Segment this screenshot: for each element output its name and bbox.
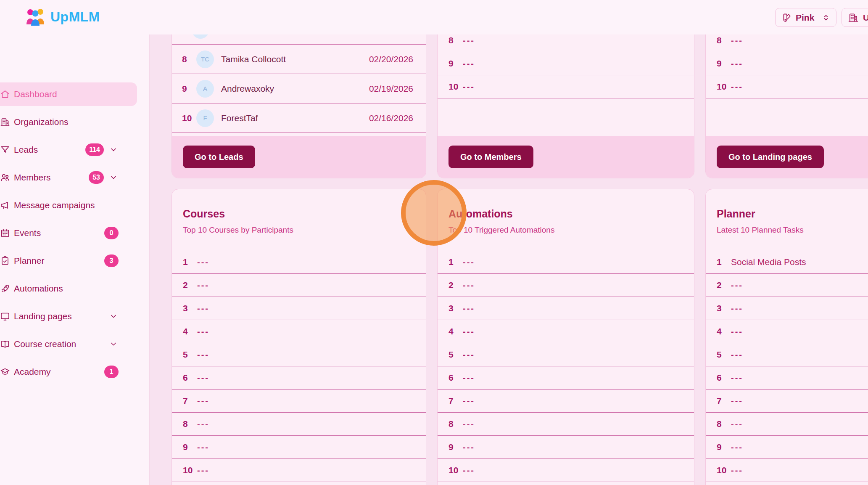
row-rank: 2 [717,280,731,290]
row-value: --- [197,443,209,452]
row-rank: 8 [717,419,731,429]
row-value: --- [463,396,475,406]
card-title: Planner [717,208,755,220]
row-rank: 5 [449,350,463,360]
rocket-icon [0,284,10,294]
clipboard-icon [0,256,10,266]
row-rank: 9 [183,442,197,452]
people-icon [0,172,10,183]
people-logo-icon [24,6,46,28]
row-value: --- [463,281,475,290]
lead-name: ForestTaf [221,113,258,123]
app-logo[interactable]: UpMLM [24,6,100,28]
row-rank: 9 [182,84,196,94]
planner-count-badge: 3 [104,254,119,267]
row-rank: 7 [183,396,197,406]
landing-page-row: 10 --- [706,75,868,98]
landing-page-row: 9 --- [706,52,868,75]
automation-row: 10 --- [438,459,694,482]
row-rank: 10 [183,465,197,475]
chevron-down-icon [109,146,118,154]
course-row: 2 --- [172,274,426,297]
row-rank: 7 [717,396,731,406]
sidebar-item-label: Dashboard [14,89,57,99]
row-value: --- [463,304,475,313]
row-rank: 5 [717,350,731,360]
automations-card: Automations Top 10 Triggered Automations… [437,189,694,485]
sidebar-item-academy[interactable]: Academy 1 [0,360,137,384]
row-rank: 9 [717,442,731,452]
row-rank: 10 [717,82,731,92]
app-title: UpMLM [50,9,100,25]
row-value: --- [197,281,209,290]
lead-name: Tamika Collocott [221,54,286,64]
course-row: 5 --- [172,343,426,366]
header: UpMLM Pink U [0,0,868,34]
row-rank: 10 [449,82,463,92]
sidebar-item-landing-pages[interactable]: Landing pages [0,305,137,328]
planner-row: 2 --- [706,274,868,297]
row-value: --- [731,373,743,383]
sidebar-item-automations[interactable]: Automations [0,277,137,300]
course-row: 4 --- [172,320,426,343]
row-value: --- [731,36,743,45]
color-swatch-icon [781,13,791,23]
members-card: 8 --- 9 --- 10 --- Go to Members [437,17,694,178]
megaphone-icon [0,200,10,210]
courses-card: Courses Top 10 Courses by Participants 1… [171,189,426,485]
row-rank: 3 [449,303,463,313]
events-count-badge: 0 [104,227,119,239]
row-rank: 2 [183,280,197,290]
lead-row[interactable]: 9 A Andrewaxoky 02/19/2026 [172,74,426,103]
members-count-badge: 53 [89,171,104,184]
row-value: --- [731,466,743,475]
go-to-leads-button[interactable]: Go to Leads [183,146,255,168]
planner-row: 6 --- [706,366,868,390]
row-rank: 1 [449,257,463,267]
landing-pages-card-footer: Go to Landing pages [706,136,868,178]
go-to-landing-pages-button[interactable]: Go to Landing pages [717,146,824,168]
card-subtitle: Top 10 Courses by Participants [183,225,293,235]
sidebar-item-events[interactable]: Events 0 [0,221,137,245]
organization-selector-button[interactable]: U [842,8,868,27]
planner-row: 5 --- [706,343,868,366]
automation-row: 6 --- [438,366,694,390]
sidebar-item-planner[interactable]: Planner 3 [0,249,137,273]
monitor-icon [0,311,10,321]
landing-pages-card: 8 --- 9 --- 10 --- Go to Landing pages [705,17,868,178]
members-list: 8 --- 9 --- 10 --- [438,29,694,98]
leads-card: 8 TC Tamika Collocott 02/20/2026 9 A And… [171,17,426,178]
theme-selector-button[interactable]: Pink [775,8,836,27]
member-row: 9 --- [438,52,694,75]
go-to-members-button[interactable]: Go to Members [449,146,533,168]
planner-row: 4 --- [706,320,868,343]
row-rank: 6 [717,373,731,383]
sidebar-item-label: Message campaigns [14,200,95,210]
row-rank: 8 [449,419,463,429]
row-rank: 4 [183,326,197,337]
avatar: A [196,80,214,98]
open-book-icon [0,339,10,349]
row-value: --- [463,419,475,429]
row-rank: 1 [183,257,197,267]
lead-row[interactable]: 10 F ForestTaf 02/16/2026 [172,103,426,133]
row-value: --- [731,82,743,92]
sidebar-item-leads[interactable]: Leads 114 [0,138,137,162]
chevron-down-icon [109,340,118,348]
sidebar-item-course-creation[interactable]: Course creation [0,332,137,356]
lead-row[interactable]: 8 TC Tamika Collocott 02/20/2026 [172,45,426,74]
automation-row: 3 --- [438,297,694,320]
row-value: --- [463,327,475,337]
row-rank: 9 [449,442,463,452]
card-title: Automations [449,208,513,220]
sidebar-item-dashboard[interactable]: Dashboard [0,82,137,106]
sidebar-item-members[interactable]: Members 53 [0,166,137,189]
row-value: --- [197,419,209,429]
sidebar-item-label: Course creation [14,339,76,349]
sidebar-item-organizations[interactable]: Organizations [0,110,137,134]
row-value: --- [731,419,743,429]
row-rank: 8 [717,35,731,45]
sidebar-item-message-campaigns[interactable]: Message campaigns [0,193,137,217]
course-row: 1 --- [172,251,426,274]
sidebar-item-label: Members [14,172,51,183]
